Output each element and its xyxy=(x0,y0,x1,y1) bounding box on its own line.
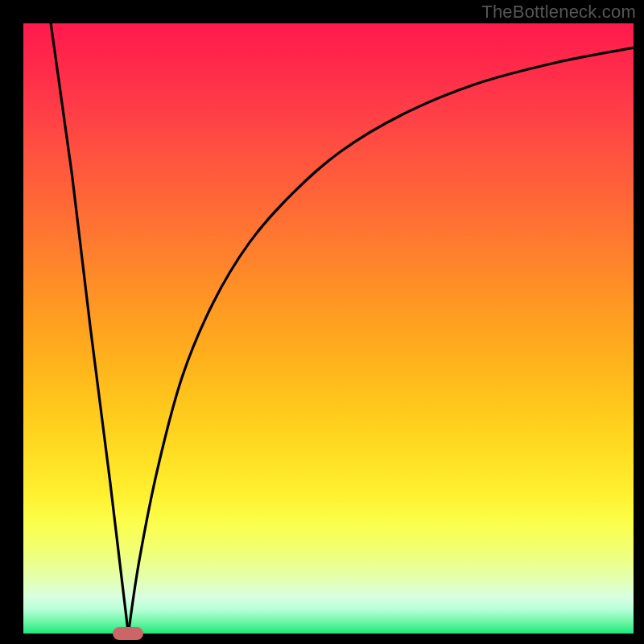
optimal-marker xyxy=(113,627,143,640)
curve-right-branch xyxy=(128,47,634,634)
curve-layer xyxy=(23,23,634,634)
watermark-text: TheBottleneck.com xyxy=(481,2,636,23)
plot-area xyxy=(23,23,634,634)
curve-left-branch xyxy=(51,23,128,634)
bottleneck-chart: TheBottleneck.com xyxy=(0,0,644,644)
